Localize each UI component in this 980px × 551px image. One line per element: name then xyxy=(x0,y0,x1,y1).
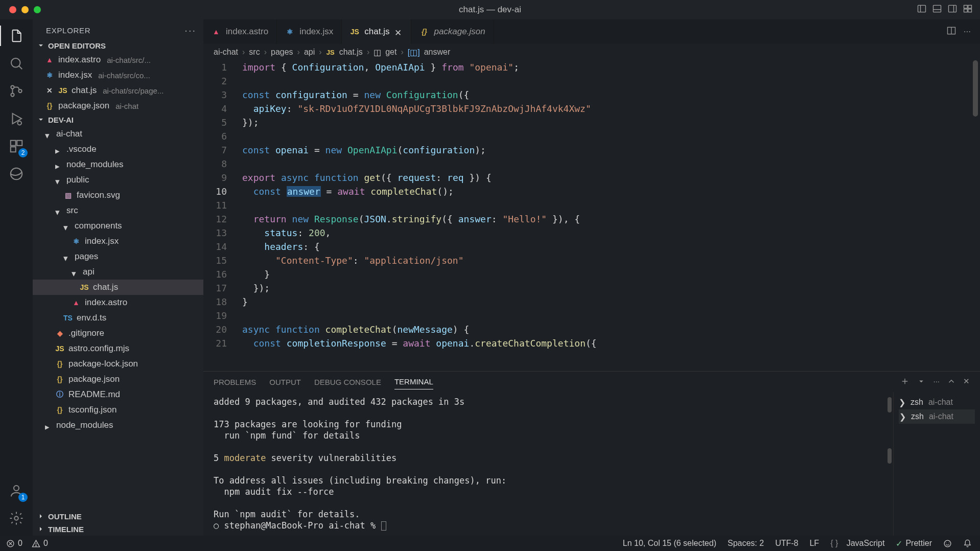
terminal-list: ❯zshai-chat ❯zshai-chat xyxy=(893,392,980,536)
file-astro-config[interactable]: JSastro.config.mjs xyxy=(33,341,203,356)
toggle-panel-icon[interactable] xyxy=(932,4,942,16)
crumb[interactable]: get xyxy=(385,48,396,57)
explorer-activity[interactable] xyxy=(6,26,27,46)
panel-tab-problems[interactable]: PROBLEMS xyxy=(214,375,256,389)
panel-maximize-icon[interactable] xyxy=(947,377,956,387)
close-window-button[interactable] xyxy=(9,6,16,13)
file-tsconfig[interactable]: {}tsconfig.json xyxy=(33,402,203,418)
tab-chat-js[interactable]: JSchat.js✕ xyxy=(342,19,411,44)
folder-ai-chat[interactable]: ▾ai-chat xyxy=(33,126,203,142)
file-index-jsx[interactable]: ⚛index.jsx xyxy=(33,234,203,249)
panel-tab-terminal[interactable]: TERMINAL xyxy=(394,374,433,389)
breadcrumbs[interactable]: ai-chat› src› pages› api› JS chat.js› ◫g… xyxy=(203,44,980,60)
close-icon[interactable]: ✕ xyxy=(45,86,54,95)
crumb[interactable]: chat.js xyxy=(339,48,363,57)
crumb[interactable]: api xyxy=(304,48,315,57)
status-eol[interactable]: LF xyxy=(809,539,819,548)
minimize-window-button[interactable] xyxy=(21,6,29,13)
astro-icon: ▲ xyxy=(212,27,221,36)
status-cursor[interactable]: Ln 10, Col 15 (6 selected) xyxy=(623,539,716,548)
code-editor[interactable]: 123456789101112131415161718192021 import… xyxy=(203,60,980,371)
status-warnings[interactable]: 0 xyxy=(32,539,48,548)
section-timeline[interactable]: TIMELINE xyxy=(33,523,203,536)
search-activity[interactable] xyxy=(6,53,27,74)
more-actions-icon[interactable]: ··· xyxy=(964,27,971,37)
crumb[interactable]: pages xyxy=(271,48,293,57)
crumb[interactable]: ai-chat xyxy=(214,48,238,57)
status-language[interactable]: { } JavaScript xyxy=(830,539,884,548)
open-editor-item[interactable]: ✕JSchat.jsai-chat/src/page... xyxy=(33,83,203,98)
file-favicon[interactable]: ▧favicon.svg xyxy=(33,188,203,203)
terminal-scrollbar[interactable] xyxy=(885,392,893,536)
status-bell-icon[interactable] xyxy=(963,539,972,548)
chevron-right-icon xyxy=(38,526,45,533)
tab-index-astro[interactable]: ▲index.astro xyxy=(203,19,277,44)
section-outline[interactable]: OUTLINE xyxy=(33,510,203,523)
open-editors-list: ▲index.astroai-chat/src/... ⚛index.jsxai… xyxy=(33,52,203,113)
chevron-down-icon: ▾ xyxy=(55,207,62,214)
folder-name: src xyxy=(66,205,78,216)
file-chat-js[interactable]: JSchat.js xyxy=(33,280,203,295)
folder-api[interactable]: ▾api xyxy=(33,264,203,280)
new-terminal-icon[interactable] xyxy=(900,377,909,387)
section-workspace[interactable]: DEV-AI xyxy=(33,113,203,126)
terminal-shell: zsh xyxy=(911,412,924,421)
file-readme[interactable]: ⓘREADME.md xyxy=(33,387,203,402)
file-gitignore[interactable]: ◆.gitignore xyxy=(33,326,203,341)
status-encoding[interactable]: UTF-8 xyxy=(775,539,798,548)
status-feedback-icon[interactable] xyxy=(943,539,952,548)
open-editor-item[interactable]: {}package.jsonai-chat xyxy=(33,98,203,113)
code-content[interactable]: import { Configuration, OpenAIApi } from… xyxy=(239,60,971,371)
customize-layout-icon[interactable] xyxy=(963,4,973,16)
svg-point-32 xyxy=(944,540,951,547)
chevron-right-icon: ▸ xyxy=(55,146,62,153)
panel-more-icon[interactable]: ··· xyxy=(933,377,940,387)
folder-root-node-modules[interactable]: ▸node_modules xyxy=(33,418,203,433)
folder-public[interactable]: ▾public xyxy=(33,172,203,188)
folder-pages[interactable]: ▾pages xyxy=(33,249,203,264)
file-name: tsconfig.json xyxy=(68,405,117,415)
file-index-astro[interactable]: ▲index.astro xyxy=(33,295,203,310)
terminal-item[interactable]: ❯zshai-chat xyxy=(899,409,975,424)
accounts-activity[interactable]: 1 xyxy=(6,480,27,501)
file-package-lock[interactable]: {}package-lock.json xyxy=(33,356,203,372)
folder-components[interactable]: ▾components xyxy=(33,218,203,234)
edge-activity[interactable] xyxy=(6,164,27,184)
crumb[interactable]: answer xyxy=(424,48,451,57)
open-editor-item[interactable]: ▲index.astroai-chat/src/... xyxy=(33,52,203,67)
folder-vscode[interactable]: ▸.vscode xyxy=(33,142,203,157)
extensions-activity[interactable]: 2 xyxy=(6,136,27,156)
folder-name: .vscode xyxy=(66,144,97,154)
toggle-secondary-icon[interactable] xyxy=(947,4,958,16)
terminal-item[interactable]: ❯zshai-chat xyxy=(899,395,975,409)
terminal-output[interactable]: added 9 packages, and audited 432 packag… xyxy=(203,392,885,536)
status-prettier[interactable]: ✓Prettier xyxy=(896,539,932,548)
folder-name: api xyxy=(83,267,95,277)
settings-activity[interactable] xyxy=(6,508,27,529)
close-tab-icon[interactable]: ✕ xyxy=(394,28,403,36)
status-errors[interactable]: 0 xyxy=(6,539,22,548)
terminal-dropdown-icon[interactable] xyxy=(917,377,926,387)
folder-src[interactable]: ▾src xyxy=(33,203,203,218)
file-name: astro.config.mjs xyxy=(68,343,129,354)
tab-package-json[interactable]: {}package.json xyxy=(411,19,494,44)
split-editor-icon[interactable] xyxy=(946,26,956,38)
section-open-editors[interactable]: OPEN EDITORS xyxy=(33,39,203,52)
tab-index-jsx[interactable]: ⚛index.jsx xyxy=(277,19,342,44)
panel-tab-debug[interactable]: DEBUG CONSOLE xyxy=(314,375,381,389)
folder-node-modules[interactable]: ▸node_modules xyxy=(33,157,203,172)
editor-scrollbar[interactable] xyxy=(971,60,980,371)
toggle-sidebar-icon[interactable] xyxy=(917,4,927,16)
crumb[interactable]: src xyxy=(249,48,260,57)
check-icon: ✓ xyxy=(896,539,902,548)
panel-tab-output[interactable]: OUTPUT xyxy=(269,375,301,389)
status-spaces[interactable]: Spaces: 2 xyxy=(728,539,764,548)
maximize-window-button[interactable] xyxy=(34,6,41,13)
panel-close-icon[interactable]: ✕ xyxy=(963,377,970,387)
run-debug-activity[interactable] xyxy=(6,108,27,129)
file-env-d-ts[interactable]: TSenv.d.ts xyxy=(33,310,203,326)
open-editor-item[interactable]: ⚛index.jsxai-chat/src/co... xyxy=(33,67,203,83)
source-control-activity[interactable] xyxy=(6,81,27,101)
sidebar-more-icon[interactable]: ··· xyxy=(184,25,196,36)
file-package-json[interactable]: {}package.json xyxy=(33,372,203,387)
